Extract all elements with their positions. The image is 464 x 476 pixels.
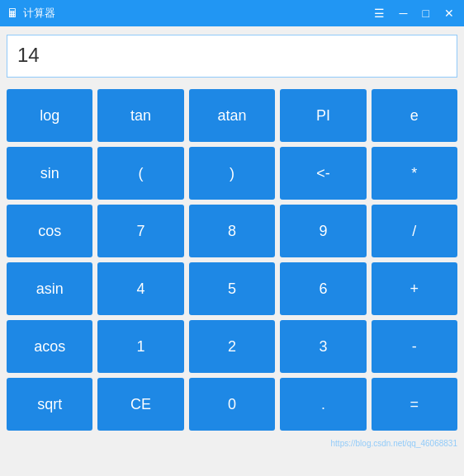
eight-button[interactable]: 8 bbox=[189, 205, 275, 257]
display-value: 14 bbox=[17, 44, 40, 66]
close-button[interactable]: ✕ bbox=[441, 6, 457, 21]
ce-button[interactable]: CE bbox=[97, 378, 183, 431]
divide-button[interactable]: / bbox=[372, 205, 457, 257]
six-button[interactable]: 6 bbox=[280, 262, 366, 315]
lparen-button[interactable]: ( bbox=[97, 147, 183, 200]
equals-button[interactable]: = bbox=[372, 378, 457, 431]
backspace-button[interactable]: <- bbox=[280, 147, 366, 200]
five-button[interactable]: 5 bbox=[189, 262, 275, 315]
log-button[interactable]: log bbox=[7, 89, 92, 142]
app-title: 计算器 bbox=[23, 6, 55, 21]
rparen-button[interactable]: ) bbox=[189, 147, 275, 200]
plus-button[interactable]: + bbox=[372, 262, 457, 315]
dot-button[interactable]: . bbox=[280, 378, 366, 431]
button-grid: logtanatanPIesin()<-*cos789/asin456+acos… bbox=[7, 89, 457, 431]
e-button[interactable]: e bbox=[372, 89, 457, 142]
pi-button[interactable]: PI bbox=[280, 89, 366, 142]
zero-button[interactable]: 0 bbox=[189, 378, 275, 431]
title-bar: 🖩 计算器 ☰ ─ □ ✕ bbox=[0, 0, 464, 26]
menu-button[interactable]: ☰ bbox=[371, 6, 388, 21]
two-button[interactable]: 2 bbox=[189, 320, 275, 373]
three-button[interactable]: 3 bbox=[280, 320, 366, 373]
atan-button[interactable]: atan bbox=[189, 89, 275, 142]
sin-button[interactable]: sin bbox=[7, 147, 92, 200]
sqrt-button[interactable]: sqrt bbox=[7, 378, 92, 431]
minimize-button[interactable]: ─ bbox=[396, 6, 411, 21]
watermark-text: https://blog.csdn.net/qq_46068831 bbox=[331, 439, 457, 448]
cos-button[interactable]: cos bbox=[7, 205, 92, 257]
tan-button[interactable]: tan bbox=[97, 89, 183, 142]
minus-button[interactable]: - bbox=[372, 320, 457, 373]
multiply-button[interactable]: * bbox=[372, 147, 457, 200]
four-button[interactable]: 4 bbox=[97, 262, 183, 315]
seven-button[interactable]: 7 bbox=[97, 205, 183, 257]
maximize-button[interactable]: □ bbox=[419, 6, 433, 21]
acos-button[interactable]: acos bbox=[7, 320, 92, 373]
asin-button[interactable]: asin bbox=[7, 262, 92, 315]
nine-button[interactable]: 9 bbox=[280, 205, 366, 257]
display: 14 bbox=[7, 35, 457, 78]
app-icon: 🖩 bbox=[7, 7, 18, 20]
one-button[interactable]: 1 bbox=[97, 320, 183, 373]
